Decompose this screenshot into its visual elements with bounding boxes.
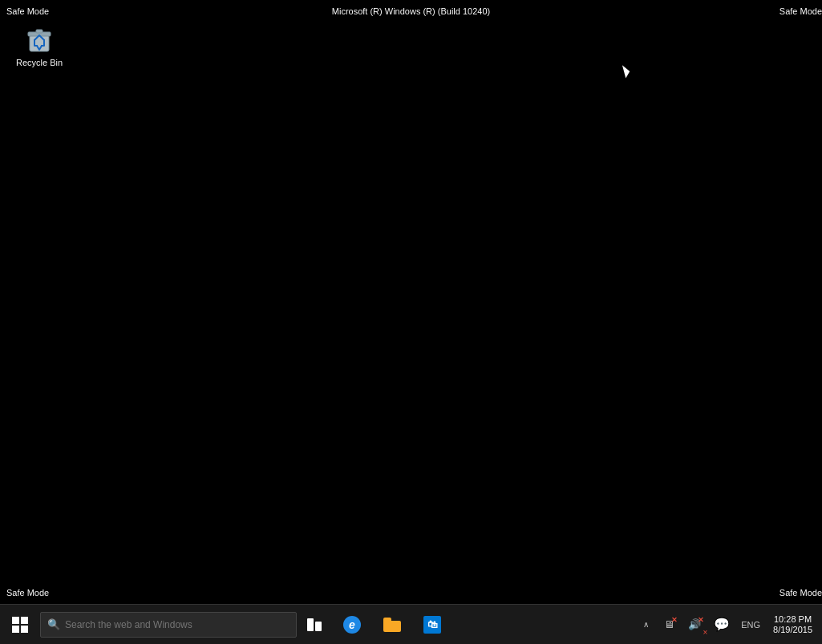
desktop: Recycle Bin: [0, 0, 822, 604]
network-icon: 🖥 ✕: [664, 618, 674, 630]
search-icon: 🔍: [47, 618, 60, 630]
search-box[interactable]: 🔍: [40, 612, 297, 638]
start-button[interactable]: [0, 605, 40, 645]
clock-date: 8/19/2015: [773, 625, 812, 634]
action-center-button[interactable]: 💬: [709, 605, 735, 645]
taskbar: 🔍 e 🛍 ∧ 🖥 ✕ 🔊: [0, 604, 822, 644]
clock-time: 10:28 PM: [774, 614, 812, 624]
taskbar-edge[interactable]: e: [332, 605, 372, 645]
taskbar-store[interactable]: 🛍: [412, 605, 452, 645]
volume-tray-icon[interactable]: 🔊 ✕: [683, 605, 706, 645]
language-label: ENG: [741, 620, 760, 630]
search-input[interactable]: [65, 619, 290, 630]
network-tray-icon[interactable]: 🖥 ✕: [658, 605, 680, 645]
svg-rect-2: [36, 30, 43, 33]
system-tray: ∧ 🖥 ✕ 🔊 ✕ 💬 ENG 10:28 PM 8/19/2015: [637, 605, 822, 645]
recycle-bin-icon[interactable]: Recycle Bin: [11, 22, 67, 67]
volume-icon: 🔊 ✕: [688, 618, 701, 630]
task-view-icon: [307, 618, 322, 631]
folder-icon: [383, 618, 401, 632]
recycle-bin-label: Recycle Bin: [16, 58, 63, 67]
action-center-icon: 💬: [714, 617, 730, 632]
clock-button[interactable]: 10:28 PM 8/19/2015: [767, 605, 819, 645]
tray-expand-button[interactable]: ∧: [637, 605, 654, 645]
recycle-bin-svg: [23, 22, 55, 55]
edge-icon: e: [343, 616, 361, 634]
store-icon: 🛍: [423, 616, 441, 634]
start-icon: [12, 617, 28, 633]
taskbar-file-explorer[interactable]: [372, 605, 412, 645]
language-indicator[interactable]: ENG: [738, 605, 763, 645]
task-view-button[interactable]: [297, 605, 332, 645]
